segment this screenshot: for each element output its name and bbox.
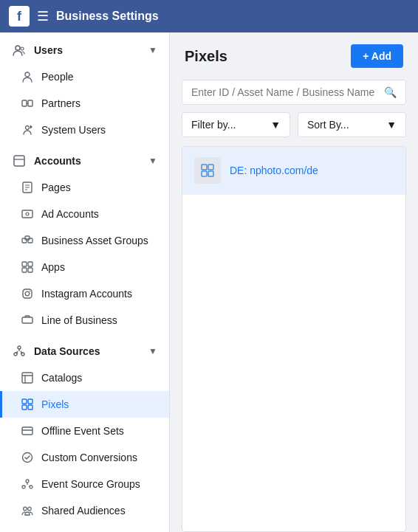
- sidebar-item-ad-accounts[interactable]: Ad Accounts: [0, 201, 169, 227]
- sidebar-item-partners[interactable]: Partners: [0, 90, 169, 117]
- shared-audiences-icon: [21, 504, 34, 517]
- svg-rect-25: [22, 399, 27, 404]
- svg-point-0: [16, 46, 20, 50]
- svg-rect-14: [28, 262, 32, 266]
- custom-conversions-icon: [21, 451, 34, 464]
- svg-point-21: [18, 346, 21, 349]
- search-icon: 🔍: [384, 86, 397, 98]
- hamburger-menu[interactable]: ☰: [37, 8, 49, 24]
- partners-label: Partners: [41, 97, 80, 109]
- pixel-item-label: DE: nphoto.com/de: [230, 165, 318, 176]
- accounts-section-title: Accounts: [34, 155, 81, 167]
- instagram-accounts-label: Instagram Accounts: [41, 288, 132, 300]
- topbar-title: Business Settings: [56, 10, 159, 23]
- sidebar-item-business-creative-folders[interactable]: Business Creative Folders: [0, 524, 169, 532]
- main-content: Pixels + Add 🔍 Filter by... ▼ Sort By...…: [170, 32, 418, 532]
- people-label: People: [41, 71, 74, 83]
- accounts-section-icon: [12, 153, 27, 168]
- ad-accounts-label: Ad Accounts: [41, 208, 99, 220]
- svg-rect-29: [22, 427, 32, 435]
- sidebar-item-system-users[interactable]: System Users: [0, 117, 169, 143]
- sidebar-item-business-asset-groups[interactable]: Business Asset Groups: [0, 227, 169, 254]
- asset-groups-icon: [21, 234, 34, 247]
- offline-event-sets-label: Offline Event Sets: [41, 425, 124, 437]
- event-source-icon: [21, 477, 34, 491]
- ad-accounts-icon: [21, 207, 34, 221]
- event-source-groups-label: Event Source Groups: [41, 478, 140, 490]
- sort-chevron-icon: ▼: [386, 119, 397, 131]
- sidebar-item-pixels[interactable]: Pixels: [0, 391, 169, 418]
- users-section-title: Users: [34, 44, 63, 56]
- svg-rect-11: [28, 238, 32, 243]
- shared-audiences-label: Shared Audiences: [41, 505, 126, 517]
- topbar: f ☰ Business Settings: [0, 0, 418, 32]
- sidebar-section-users[interactable]: Users ▼: [0, 32, 169, 63]
- system-users-label: System Users: [41, 124, 106, 136]
- page-title: Pixels: [185, 48, 227, 65]
- svg-rect-28: [28, 405, 32, 410]
- sidebar-item-custom-conversions[interactable]: Custom Conversions: [0, 444, 169, 471]
- business-asset-groups-label: Business Asset Groups: [41, 235, 148, 246]
- data-sources-section-title: Data Sources: [34, 345, 100, 357]
- pixels-icon: [21, 398, 34, 411]
- svg-rect-24: [22, 373, 32, 383]
- offline-events-icon: [21, 424, 34, 438]
- pages-icon: [21, 181, 34, 194]
- svg-rect-37: [208, 165, 213, 170]
- main-layout: Users ▼ People Partners System Users: [0, 32, 418, 532]
- sidebar-item-apps[interactable]: Apps: [0, 254, 169, 280]
- sidebar-item-shared-audiences[interactable]: Shared Audiences: [0, 497, 169, 524]
- svg-point-1: [21, 47, 24, 50]
- pages-label: Pages: [41, 182, 71, 193]
- person-icon: [21, 70, 34, 83]
- sidebar-item-event-source-groups[interactable]: Event Source Groups: [0, 471, 169, 497]
- svg-rect-27: [22, 405, 27, 410]
- pixels-label: Pixels: [41, 398, 69, 410]
- line-of-business-label: Line of Business: [41, 314, 117, 326]
- sidebar-item-pages[interactable]: Pages: [0, 174, 169, 201]
- sidebar-section-data-sources[interactable]: Data Sources ▼: [0, 334, 169, 365]
- svg-point-34: [24, 507, 27, 511]
- svg-point-19: [30, 291, 31, 292]
- data-sources-chevron-icon: ▼: [148, 346, 157, 356]
- pixel-list-item[interactable]: DE: nphoto.com/de: [182, 147, 405, 195]
- sidebar-section-accounts[interactable]: Accounts ▼: [0, 143, 169, 174]
- catalogs-icon: [21, 371, 34, 384]
- data-sources-section-icon: [12, 344, 27, 359]
- partners-icon: [21, 97, 34, 110]
- sidebar-item-offline-event-sets[interactable]: Offline Event Sets: [0, 418, 169, 444]
- filter-row: Filter by... ▼ Sort By... ▼: [182, 112, 406, 137]
- add-button[interactable]: + Add: [351, 44, 403, 68]
- facebook-logo: f: [9, 6, 30, 27]
- sidebar-item-people[interactable]: People: [0, 63, 169, 90]
- accounts-chevron-icon: ▼: [148, 156, 157, 166]
- svg-rect-4: [28, 100, 32, 106]
- svg-point-9: [26, 213, 29, 215]
- users-section-icon: [12, 43, 27, 58]
- svg-point-18: [25, 291, 30, 296]
- svg-rect-20: [22, 317, 32, 323]
- svg-rect-39: [208, 171, 213, 176]
- sidebar-item-instagram-accounts[interactable]: Instagram Accounts: [0, 280, 169, 307]
- sort-by-button[interactable]: Sort By... ▼: [298, 112, 406, 137]
- system-users-icon: [21, 123, 34, 137]
- svg-rect-6: [14, 156, 24, 166]
- svg-rect-3: [22, 100, 27, 106]
- sidebar-item-line-of-business[interactable]: Line of Business: [0, 307, 169, 334]
- apps-icon: [21, 260, 34, 274]
- apps-label: Apps: [41, 261, 65, 273]
- pixel-item-icon-box: [194, 157, 221, 184]
- sidebar-item-catalogs[interactable]: Catalogs: [0, 365, 169, 391]
- svg-rect-16: [28, 268, 32, 272]
- svg-point-31: [26, 480, 29, 483]
- catalogs-label: Catalogs: [41, 372, 82, 384]
- search-input[interactable]: [191, 86, 378, 98]
- svg-rect-26: [28, 399, 32, 404]
- svg-point-2: [25, 72, 30, 77]
- svg-rect-8: [22, 210, 32, 218]
- custom-conversions-label: Custom Conversions: [41, 452, 137, 463]
- svg-rect-38: [202, 171, 207, 176]
- svg-rect-13: [22, 262, 27, 266]
- search-box: 🔍: [182, 80, 406, 105]
- filter-by-button[interactable]: Filter by... ▼: [182, 112, 290, 137]
